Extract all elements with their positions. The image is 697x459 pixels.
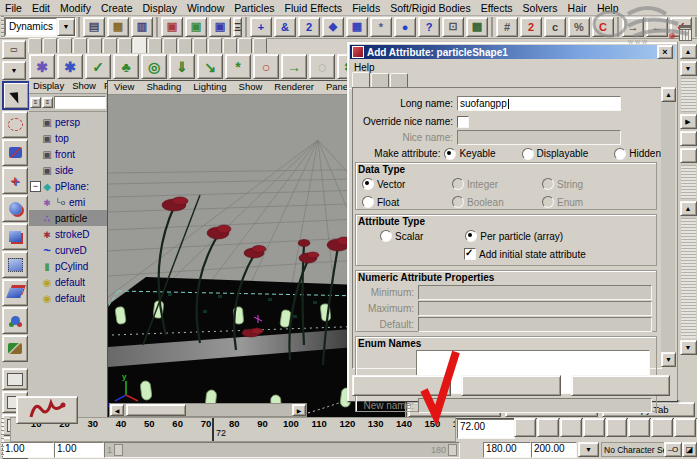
data-type-radio[interactable]: Boolean: [452, 196, 542, 208]
dialog-menu-item[interactable]: Help: [354, 62, 375, 73]
select-object-icon[interactable]: ▣: [185, 17, 207, 37]
goal-icon[interactable]: ✓: [85, 54, 111, 79]
menu-item[interactable]: Create: [96, 2, 138, 14]
outliner-menu-item[interactable]: Show: [68, 80, 100, 93]
toolbar-grip[interactable]: [156, 17, 158, 37]
outliner-item[interactable]: curveD: [29, 242, 107, 258]
menu-item[interactable]: Soft/Rigid Bodies: [385, 2, 476, 14]
new-scene-icon[interactable]: ▤: [83, 17, 105, 37]
menu-item[interactable]: Fields: [347, 2, 385, 14]
select-tool[interactable]: [2, 81, 30, 110]
outliner-item[interactable]: strokeD: [29, 226, 107, 242]
menu-item[interactable]: Solvers: [518, 2, 563, 14]
outliner-item[interactable]: particle: [29, 210, 107, 226]
chevron-down-icon[interactable]: ▼: [57, 18, 75, 36]
highlight-icon[interactable]: ▩: [466, 17, 488, 37]
show-manipulator-tool[interactable]: [2, 307, 28, 334]
popup-menu-icon[interactable]: Ξ: [233, 17, 242, 37]
menu-set-selector[interactable]: Dynamics ▼: [4, 17, 76, 37]
outliner-item[interactable]: persp: [29, 114, 107, 130]
shelf-tab[interactable]: [163, 38, 177, 53]
step-back-key-button[interactable]: [537, 418, 559, 437]
data-type-radio[interactable]: Enum: [542, 196, 632, 208]
panel-menu-item[interactable]: View: [108, 81, 140, 94]
shelf-tab[interactable]: [103, 38, 117, 53]
menu-item[interactable]: Hair: [563, 2, 592, 14]
outliner-item[interactable]: side: [29, 162, 107, 178]
trash-icon[interactable]: [679, 25, 692, 39]
dialog-tab[interactable]: [371, 73, 389, 88]
point-c-icon[interactable]: c: [544, 17, 566, 37]
outliner-item[interactable]: pPlane:: [29, 178, 107, 194]
turbulence-field-icon[interactable]: ◎: [141, 54, 167, 79]
panel-menu-item[interactable]: Shading: [140, 81, 187, 94]
menu-item[interactable]: Modify: [55, 2, 96, 14]
single-pane-layout-button[interactable]: [2, 368, 28, 390]
menu-item[interactable]: Particles: [229, 2, 279, 14]
scroll-up-icon[interactable]: ▲: [680, 201, 697, 216]
dialog-tab[interactable]: [352, 72, 370, 88]
emit-from-object-icon[interactable]: ♣: [113, 54, 139, 79]
character-set-selector[interactable]: No Character Set: [601, 442, 667, 457]
make-attribute-radio[interactable]: Displayable: [522, 148, 589, 160]
timeline-drag-handle[interactable]: [1, 418, 4, 456]
magnet-c-icon[interactable]: C: [592, 17, 614, 37]
shelf-tab[interactable]: [223, 38, 237, 53]
toolbar-drag-handle[interactable]: [1, 16, 4, 38]
attribute-type-radio[interactable]: Per particle (array): [465, 230, 563, 242]
menu-item[interactable]: Help: [592, 2, 624, 14]
auto-keyframe-icon[interactable]: ◪: [682, 442, 697, 457]
step-back-frame-button[interactable]: [560, 418, 582, 437]
menu-item[interactable]: Fluid Effects: [280, 2, 348, 14]
filter-icon[interactable]: ≡: [42, 97, 53, 108]
toolbar-grip[interactable]: [617, 17, 619, 37]
scroll-left-icon[interactable]: ◀: [110, 404, 124, 416]
shelf-tab[interactable]: [43, 38, 57, 53]
outliner-item[interactable]: default: [29, 274, 107, 290]
shelf-tab[interactable]: [208, 38, 222, 53]
make-attribute-radio[interactable]: Hidden: [614, 148, 661, 160]
shelf-tab[interactable]: [73, 38, 87, 53]
scale-tool[interactable]: [2, 223, 28, 250]
outliner-item[interactable]: front: [29, 146, 107, 162]
panel-button[interactable]: [680, 148, 697, 163]
scroll-up-icon[interactable]: ▲: [661, 87, 676, 102]
gravity-field-icon[interactable]: ⇓: [169, 54, 195, 79]
scroll-up-icon[interactable]: ▲: [680, 44, 697, 59]
last-tool-used[interactable]: [2, 335, 28, 362]
character-set-chevron-icon[interactable]: ▼: [578, 442, 599, 457]
animation-start-field[interactable]: 1.00: [54, 442, 104, 458]
snap-view-icon[interactable]: ●: [394, 17, 416, 37]
lasso-select-tool[interactable]: [2, 111, 28, 138]
current-frame-marker[interactable]: [212, 418, 214, 441]
data-type-radio[interactable]: Float: [362, 196, 452, 208]
select-hierarchy-icon[interactable]: ▣: [161, 17, 183, 37]
particle-collision-icon[interactable]: ✱: [57, 54, 83, 79]
soft-mod-tool[interactable]: [2, 279, 28, 306]
panel-menu-item[interactable]: Lighting: [187, 81, 232, 94]
menu-item[interactable]: Edit: [27, 2, 55, 14]
play-backwards-button[interactable]: [583, 418, 605, 437]
outliner-item[interactable]: top: [29, 130, 107, 146]
air-field-icon[interactable]: ◌: [309, 54, 335, 79]
snap-to-planes-icon[interactable]: ◆: [322, 17, 344, 37]
viewport-horizontal-scrollbar[interactable]: ◀ ▶: [109, 403, 307, 417]
override-nice-name-checkbox[interactable]: [457, 116, 469, 128]
outliner-menu-item[interactable]: Display: [29, 80, 68, 93]
range-end-handle[interactable]: [448, 444, 457, 456]
save-scene-icon[interactable]: ▥: [131, 17, 153, 37]
toolbar-grip[interactable]: [245, 17, 247, 37]
step-forward-key-button[interactable]: [651, 418, 673, 437]
universal-manipulator-tool[interactable]: [2, 251, 28, 278]
scroll-right-icon[interactable]: ▶: [292, 404, 306, 416]
rotate-tool[interactable]: [2, 195, 28, 222]
menu-item[interactable]: Display: [137, 2, 181, 14]
paint-select-tool[interactable]: [2, 139, 28, 166]
shelf-tab[interactable]: [58, 38, 72, 53]
scroll-down-icon[interactable]: ▼: [680, 340, 697, 355]
range-start-handle[interactable]: [114, 444, 123, 456]
quick-help-icon[interactable]: ?: [418, 17, 440, 37]
toolbar-grip[interactable]: [491, 17, 493, 37]
panel-expand-icon[interactable]: ▶: [680, 114, 697, 129]
snap-magnet-icon[interactable]: *: [370, 17, 392, 37]
